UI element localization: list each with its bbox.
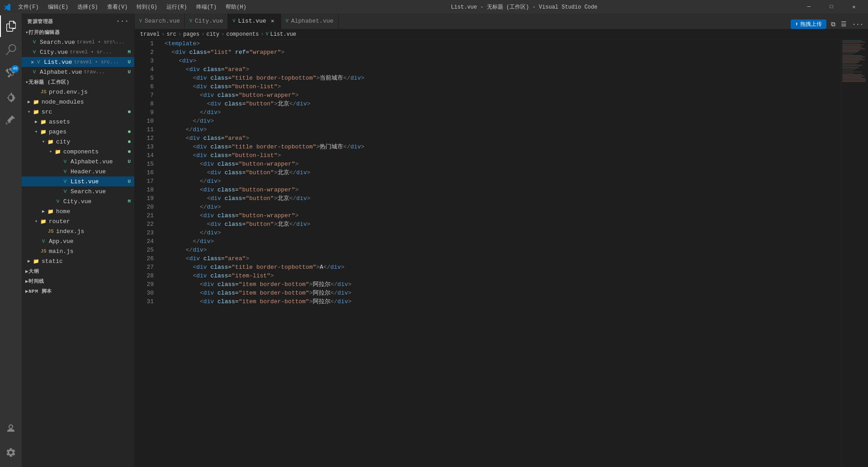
- tab-search-vue[interactable]: V Search.vue: [135, 14, 185, 29]
- toggle-panel-button[interactable]: ☰: [840, 19, 848, 29]
- breadcrumb-sep5: ›: [260, 31, 264, 38]
- tree-assets[interactable]: ▶ 📁 assets: [22, 117, 134, 127]
- outline-label: 大纲: [28, 268, 39, 275]
- activity-account[interactable]: [0, 418, 22, 440]
- menu-view[interactable]: 查看(V): [104, 2, 132, 12]
- js-icon: JS: [40, 88, 47, 95]
- code-content[interactable]: <template> <div class="list" ref="wrappe…: [157, 39, 841, 467]
- router-chevron: ▾: [33, 218, 40, 225]
- close-list-icon[interactable]: ✕: [31, 59, 34, 66]
- breadcrumb-components[interactable]: components: [226, 31, 259, 38]
- src-dot: [128, 110, 131, 113]
- city-vue-label: City.vue: [63, 198, 91, 205]
- header-vue-label: Header.vue: [71, 168, 106, 175]
- tab-list-vue[interactable]: V List.vue ✕: [228, 14, 281, 29]
- tree-header-vue[interactable]: V Header.vue: [22, 167, 134, 176]
- tree-pages[interactable]: ▾ 📁 pages: [22, 127, 134, 137]
- minimap: [841, 39, 868, 467]
- vue-icon: V: [31, 48, 38, 56]
- code-editor[interactable]: 12345 678910 1112131415 1617181920 21222…: [135, 39, 841, 467]
- upload-button[interactable]: ⬆ 拖拽上传: [791, 19, 826, 29]
- breadcrumb-sep1: ›: [161, 31, 165, 38]
- npm-scripts-header[interactable]: ▶ NPM 脚本: [22, 286, 134, 296]
- list-vue-label: List.vue: [71, 178, 99, 185]
- vue-icon: V: [35, 58, 42, 66]
- vue-icon: V: [40, 238, 47, 245]
- folder-icon: 📁: [40, 118, 47, 125]
- vscode-logo-icon: [4, 3, 11, 10]
- tab-alphabet-vue[interactable]: V Alphabet.vue: [281, 14, 339, 29]
- menu-bar[interactable]: 文件(F) 编辑(E) 选择(S) 查看(V) 转到(G) 运行(R) 终端(T…: [14, 2, 250, 12]
- outline-header[interactable]: ▶ 大纲: [22, 266, 134, 276]
- open-editors-section: ▾ 打开的编辑器 V Search.vue travel • src\... V…: [22, 27, 134, 77]
- maximize-button[interactable]: □: [821, 0, 842, 14]
- tree-prod-env[interactable]: JS prod.env.js: [22, 87, 134, 97]
- breadcrumb-travel[interactable]: travel: [140, 31, 160, 38]
- activity-bar: 46: [0, 14, 22, 467]
- tree-node-modules[interactable]: ▶ 📁 node_modules: [22, 97, 134, 107]
- split-editor-button[interactable]: ⧉: [830, 20, 836, 29]
- breadcrumb-pages[interactable]: pages: [183, 31, 199, 38]
- tree-index-js[interactable]: JS index.js: [22, 226, 134, 236]
- tree-list-vue[interactable]: V List.vue U: [22, 176, 134, 186]
- menu-goto[interactable]: 转到(G): [133, 2, 161, 12]
- menu-select[interactable]: 选择(S): [74, 2, 102, 12]
- activity-settings[interactable]: [0, 442, 22, 463]
- tree-src[interactable]: ▾ 📁 src: [22, 107, 134, 117]
- open-editors-header[interactable]: ▾ 打开的编辑器: [22, 27, 134, 37]
- folder-icon: 📁: [47, 208, 54, 215]
- components-dot: [128, 150, 131, 153]
- tree-components[interactable]: ▾ 📁 components: [22, 147, 134, 157]
- tabs-bar: V Search.vue V City.vue V List.vue ✕ V A…: [135, 14, 868, 29]
- tree-city[interactable]: ▾ 📁 city: [22, 137, 134, 147]
- more-actions-button[interactable]: ···: [851, 20, 864, 29]
- tree-main-js[interactable]: JS main.js: [22, 246, 134, 256]
- window-title: List.vue - 无标题 (工作区) - Visual Studio Cod…: [451, 3, 597, 11]
- city-dot: [128, 140, 131, 143]
- menu-help[interactable]: 帮助(H): [222, 2, 250, 12]
- open-file-list-vue[interactable]: ✕ V List.vue travel • src... U: [22, 57, 134, 67]
- tree-static[interactable]: ▶ 📁 static: [22, 256, 134, 266]
- activity-search[interactable]: [0, 39, 22, 61]
- explorer-menu-icon[interactable]: ···: [116, 17, 129, 25]
- home-chevron: ▶: [40, 208, 47, 215]
- open-file-alphabet-vue[interactable]: V Alphabet.vue trav... U: [22, 67, 134, 77]
- breadcrumb-city[interactable]: city: [206, 31, 219, 38]
- tab-city-vue[interactable]: V City.vue: [185, 14, 228, 29]
- vue-icon: V: [31, 68, 38, 76]
- menu-edit[interactable]: 编辑(E): [44, 2, 72, 12]
- main-js-chevron: [33, 248, 40, 255]
- vue-tab-icon: V: [232, 19, 235, 24]
- node-modules-label: node_modules: [42, 99, 84, 105]
- tree-app-vue[interactable]: V App.vue: [22, 236, 134, 246]
- minimize-button[interactable]: ─: [798, 0, 819, 14]
- menu-run[interactable]: 运行(R): [163, 2, 191, 12]
- timeline-header[interactable]: ▶ 时间线: [22, 276, 134, 286]
- menu-terminal[interactable]: 终端(T): [193, 2, 221, 12]
- tree-city-vue[interactable]: V City.vue M: [22, 196, 134, 206]
- header-chevron: [54, 168, 61, 175]
- tree-search-vue[interactable]: V Search.vue: [22, 186, 134, 196]
- close-button[interactable]: ✕: [844, 0, 864, 14]
- activity-explorer[interactable]: [0, 15, 22, 37]
- timeline-chevron: ▶: [25, 278, 28, 284]
- tree-router[interactable]: ▾ 📁 router: [22, 216, 134, 226]
- breadcrumb-src[interactable]: src: [166, 31, 176, 38]
- tree-alphabet-vue[interactable]: V Alphabet.vue U: [22, 157, 134, 167]
- tab-list-close[interactable]: ✕: [269, 17, 276, 24]
- menu-file[interactable]: 文件(F): [14, 2, 42, 12]
- breadcrumb-list-vue[interactable]: V List.vue: [266, 31, 297, 38]
- activity-extensions[interactable]: [0, 110, 22, 131]
- activity-git[interactable]: 46: [0, 62, 22, 84]
- activity-debug[interactable]: [0, 86, 22, 108]
- open-file-city-vue[interactable]: V City.vue travel • sr... M: [22, 47, 134, 57]
- open-file-search-vue[interactable]: V Search.vue travel • src\...: [22, 37, 134, 47]
- workspace-header[interactable]: ▾ 无标题 (工作区): [22, 77, 134, 87]
- folder-icon: 📁: [33, 98, 40, 105]
- title-bar-controls: ─ □ ✕: [798, 0, 864, 14]
- upload-label: 拖拽上传: [800, 20, 822, 28]
- vue-tab-icon: V: [286, 19, 288, 24]
- open-file-search-name: Search.vue: [40, 39, 75, 46]
- tree-home[interactable]: ▶ 📁 home: [22, 206, 134, 216]
- tab-search-label: Search.vue: [145, 18, 180, 24]
